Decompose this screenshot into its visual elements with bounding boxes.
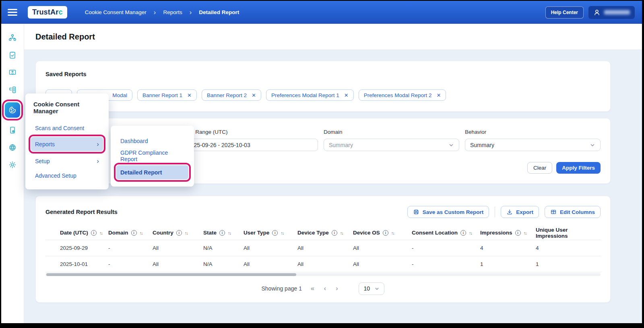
pagination: Showing page 1 « ‹ › 10 [45,282,601,295]
table-cell: All [244,256,297,272]
saved-report-chip[interactable]: Preferences Modal Report 2 ✕ [359,89,446,101]
column-header-user-type[interactable]: User Typei↑↓ [244,226,297,240]
chevron-right-icon: › [97,141,99,147]
column-header-impressions[interactable]: Impressionsi↑↓ [480,226,536,240]
sidebar-item-settings[interactable] [5,157,20,172]
close-icon[interactable]: ✕ [344,92,349,98]
sort-icon[interactable]: ↑↓ [99,230,102,235]
column-header-domain[interactable]: Domaini↑↓ [108,226,153,240]
export-button[interactable]: Export [501,206,539,218]
date-range-input[interactable]: 2025-09-26 - 2025-10-03 [182,139,318,151]
table-row: 2025-10-01 - All N/A All All All - 1 1 [45,256,601,272]
sort-icon[interactable]: ↑↓ [340,230,343,235]
page-size-select[interactable]: 10 [359,282,384,295]
report-table: Date (UTC)i↑↓ Domaini↑↓ Countryi↑↓ State… [45,226,601,272]
submenu-item-gdpr-compliance-report[interactable]: GDPR Compliance Report [116,149,188,163]
scrollbar-thumb[interactable] [46,273,296,276]
submenu-item-detailed-report[interactable]: Detailed Report [116,165,188,179]
info-icon[interactable]: i [176,230,182,236]
sort-icon[interactable]: ↑↓ [140,230,142,235]
saved-report-chip[interactable]: Preferences Modal Report 1 ✕ [266,89,354,101]
nav-menu-title: Cookie Consent Manager [31,101,103,114]
info-icon[interactable]: i [131,230,137,236]
column-header-device-os[interactable]: Device OSi↑↓ [353,226,412,240]
chevron-right-icon: › [154,9,156,16]
pagination-status: Showing page 1 [262,285,302,292]
chevron-down-icon [590,142,595,148]
table-row: 2025-09-29 - All N/A All All All - 4 4 [45,240,601,256]
behavior-select[interactable]: Summary [465,139,601,151]
sidebar-item-forms[interactable] [5,82,20,98]
column-header-device-type[interactable]: Device Typei↑↓ [297,226,353,240]
sort-icon[interactable]: ↑↓ [185,230,188,235]
page-title-band: Detailed Report [24,24,642,50]
menu-item-reports[interactable]: Reports › [31,137,103,151]
close-icon[interactable]: ✕ [187,92,192,98]
first-page-button[interactable]: « [310,285,315,292]
sidebar-item-cookie-consent[interactable] [5,102,20,118]
sidebar-item-clipboard[interactable] [5,48,20,63]
column-header-unique-user-impressions[interactable]: Unique User Impressions [536,226,601,240]
next-page-button[interactable]: › [335,285,339,292]
saved-report-chip[interactable]: Banner Report 2 ✕ [202,89,261,101]
sort-icon[interactable]: ↑↓ [228,230,231,235]
apply-filters-button[interactable]: Apply Filters [556,162,601,174]
trustarc-logo[interactable]: TrustArc [28,6,67,19]
breadcrumb-cookie-consent-manager[interactable]: Cookie Consent Manager [85,9,147,15]
sidebar-item-ai[interactable] [5,140,20,155]
menu-item-scans-and-consent[interactable]: Scans and Consent [31,121,103,135]
table-cell: All [153,240,203,256]
app-window: TrustArc Cookie Consent Manager › Report… [1,1,642,323]
menu-item-advanced-setup[interactable]: Advanced Setup [31,168,103,183]
column-header-state[interactable]: Statei↑↓ [203,226,244,240]
page-title: Detailed Report [35,32,95,42]
table-cell: All [297,240,353,256]
chevron-right-icon: › [97,158,99,164]
close-icon[interactable]: ✕ [252,92,256,98]
user-name-redacted [604,10,630,15]
sort-icon[interactable]: ↑↓ [391,230,394,235]
save-as-custom-report-button[interactable]: Save as Custom Report [407,206,489,218]
hamburger-menu-icon[interactable] [8,9,17,16]
user-menu-button[interactable] [588,6,635,19]
clear-button[interactable]: Clear [527,162,552,174]
info-icon[interactable]: i [515,230,521,236]
edit-columns-button[interactable]: Edit Columns [545,206,601,218]
previous-page-button[interactable]: ‹ [323,285,327,292]
horizontal-scrollbar[interactable] [45,273,601,276]
info-icon[interactable]: i [460,230,466,236]
table-cell: All [244,240,297,256]
info-icon[interactable]: i [219,230,225,236]
sidebar-item-banner[interactable] [5,65,20,80]
info-icon[interactable]: i [332,230,337,236]
download-icon [506,209,513,215]
column-header-country[interactable]: Countryi↑↓ [153,226,203,240]
sidebar-item-sitemap[interactable] [5,30,20,46]
saved-report-chip[interactable]: Banner Report 1 ✕ [137,89,197,101]
device-policy-icon [8,126,17,135]
submenu-item-dashboard[interactable]: Dashboard [116,134,188,148]
results-card: Generated Report Results Save as Custom … [35,196,611,303]
chevron-down-icon [448,142,454,148]
info-icon[interactable]: i [272,230,278,236]
table-cell: 1 [480,256,536,272]
column-header-date[interactable]: Date (UTC)i↑↓ [45,226,108,240]
domain-filter: Domain Summary [324,129,459,151]
menu-item-setup[interactable]: Setup › [31,154,103,168]
sort-icon[interactable]: ↑↓ [281,230,283,235]
table-cell: - [412,256,480,272]
column-header-consent-location[interactable]: Consent Locationi↑↓ [412,226,480,240]
help-center-button[interactable]: Help Center [545,6,584,19]
sort-icon[interactable]: ↑↓ [469,230,472,235]
breadcrumb-detailed-report: Detailed Report [199,9,239,15]
breadcrumb-reports[interactable]: Reports [163,9,182,15]
clipboard-check-icon [8,51,17,60]
info-icon[interactable]: i [91,230,97,236]
info-icon[interactable]: i [383,230,388,236]
sidebar-item-policy[interactable] [5,122,20,138]
sort-icon[interactable]: ↑↓ [524,230,526,235]
domain-select[interactable]: Summary [324,139,459,151]
saved-reports-title: Saved Reports [45,71,601,77]
close-icon[interactable]: ✕ [437,92,441,98]
app-header: TrustArc Cookie Consent Manager › Report… [1,1,642,24]
